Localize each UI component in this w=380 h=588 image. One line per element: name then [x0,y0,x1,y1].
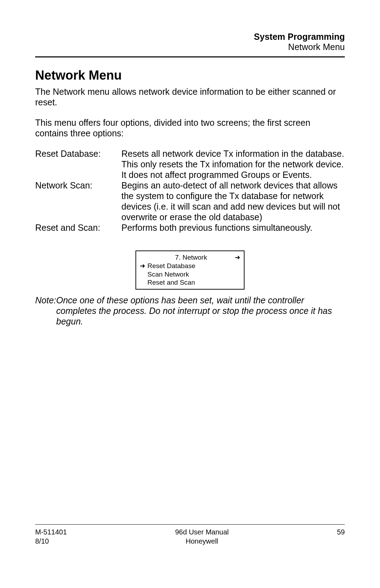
lcd-title-row: 7. Network ➜ [140,253,240,262]
note-paragraph: Note: Once one of these options has been… [35,295,345,327]
header-divider [35,56,345,57]
note-text: Once one of these options has been set, … [56,295,345,327]
footer-center: 96d User Manual Honeywell [175,527,229,546]
lcd-item-row: Scan Network [140,270,240,279]
doc-date: 8/10 [35,537,67,546]
options-list: Reset Database: Resets all network devic… [35,148,345,233]
lcd-title: 7. Network [147,253,235,262]
option-description: Begins an auto-detect of all network dev… [121,180,345,222]
lcd-item: Scan Network [147,270,189,279]
page-number: 59 [337,527,345,537]
option-label: Reset and Scan: [35,222,121,233]
paragraph-options-intro: This menu offers four options, divided i… [35,117,345,138]
header-title: System Programming [35,32,345,42]
option-label: Reset Database: [35,148,121,180]
option-row: Reset and Scan: Performs both previous f… [35,222,345,233]
header-subtitle: Network Menu [35,42,345,52]
doc-title: 96d User Manual [175,527,229,537]
footer-divider [35,524,345,525]
doc-company: Honeywell [175,537,229,546]
note-label: Note: [35,295,56,327]
option-row: Network Scan: Begins an auto-detect of a… [35,180,345,222]
option-label: Network Scan: [35,180,121,222]
option-row: Reset Database: Resets all network devic… [35,148,345,180]
lcd-display: 7. Network ➜ ➜ Reset Database Scan Netwo… [135,250,245,290]
page-footer: M-511401 8/10 96d User Manual Honeywell … [35,524,345,546]
option-description: Resets all network device Tx information… [121,148,345,180]
lcd-item: Reset and Scan [147,278,195,287]
doc-number: M-511401 [35,527,67,537]
lcd-item-row: Reset and Scan [140,278,240,287]
lcd-item-row: ➜ Reset Database [140,262,240,270]
lcd-item: Reset Database [147,262,195,270]
page-header: System Programming Network Menu [35,32,345,52]
section-title: Network Menu [35,68,345,83]
option-description: Performs both previous functions simulta… [121,222,345,233]
footer-right: 59 [337,527,345,546]
arrow-right-icon: ➜ [235,253,240,262]
footer-row: M-511401 8/10 96d User Manual Honeywell … [35,527,345,546]
footer-left: M-511401 8/10 [35,527,67,546]
arrow-right-icon: ➜ [140,262,147,270]
paragraph-intro: The Network menu allows network device i… [35,86,345,107]
